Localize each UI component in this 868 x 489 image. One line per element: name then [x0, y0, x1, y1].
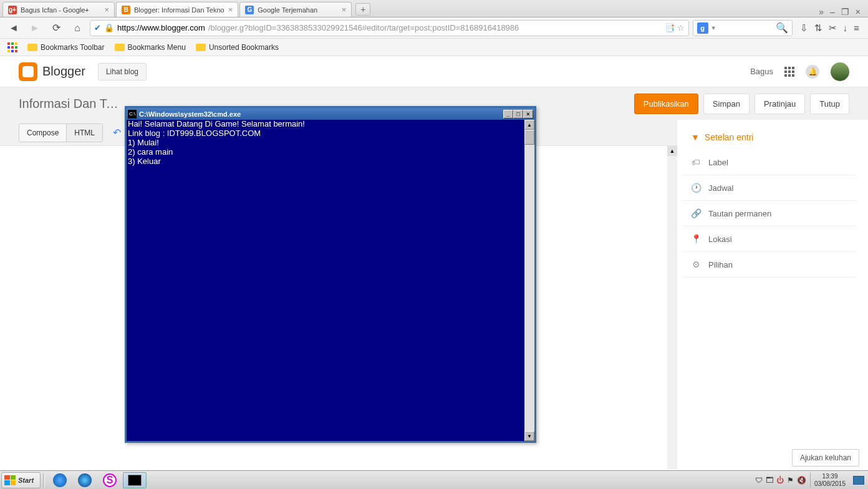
- lock-icon: 🔒: [104, 23, 114, 32]
- sidebar-item-schedule[interactable]: 🕐 Jadwal: [682, 175, 856, 201]
- search-box[interactable]: g ▼ 🔍: [693, 20, 793, 36]
- address-bar[interactable]: ✔ 🔒 https://www.blogger.com/blogger.g?bl…: [90, 20, 689, 36]
- blogger-logo[interactable]: Blogger: [19, 62, 85, 81]
- cmd-scrollbar[interactable]: ▲ ▼: [524, 120, 534, 441]
- sidebar-item-permalink[interactable]: 🔗 Tautan permanen: [682, 201, 856, 226]
- taskbar-cmd[interactable]: [123, 472, 147, 488]
- undo-icon[interactable]: ↶: [109, 127, 125, 138]
- scroll-up-icon[interactable]: ▲: [524, 120, 534, 130]
- tray-devices-icon[interactable]: 🗔: [766, 476, 773, 485]
- close-icon[interactable]: ×: [228, 5, 233, 14]
- window-controls: » – ❐ ×: [819, 7, 868, 17]
- tab-gplus[interactable]: g+ Bagus Icfan - Google+ ×: [2, 2, 115, 17]
- close-icon[interactable]: ×: [342, 5, 347, 14]
- cmd-title-text: C:\Windows\system32\cmd.exe: [139, 110, 503, 118]
- new-tab-button[interactable]: +: [355, 3, 370, 16]
- blogger-header: Blogger Lihat blog Bagus 🔔: [0, 56, 868, 87]
- tab-blogger[interactable]: B Blogger: Informasi Dan Tekno ×: [116, 2, 238, 17]
- cut-icon[interactable]: ✂: [829, 22, 837, 34]
- apps-grid-icon[interactable]: [784, 67, 794, 77]
- search-icon[interactable]: 🔍: [776, 22, 788, 34]
- scroll-up-icon[interactable]: ▲: [667, 146, 677, 156]
- editor-scrollbar[interactable]: ▲: [667, 146, 677, 469]
- close-icon[interactable]: ×: [104, 5, 109, 14]
- compose-button[interactable]: Compose: [19, 124, 67, 142]
- maximize-button[interactable]: ❐: [841, 7, 849, 17]
- close-button[interactable]: ×: [856, 7, 861, 17]
- folder-icon: [196, 44, 206, 51]
- menu-icon[interactable]: ≡: [854, 22, 859, 33]
- link-icon: 🔗: [691, 208, 701, 218]
- avatar[interactable]: [831, 62, 849, 81]
- folder-icon: [27, 44, 37, 51]
- clock-icon: 🕐: [691, 183, 701, 193]
- html-button[interactable]: HTML: [67, 124, 102, 142]
- unsorted-bookmarks-folder[interactable]: Unsorted Bookmarks: [196, 43, 279, 52]
- start-button[interactable]: Start: [1, 472, 41, 488]
- preview-button[interactable]: Pratinjau: [755, 94, 805, 114]
- tray-volume-icon[interactable]: 🔇: [797, 476, 806, 485]
- view-blog-button[interactable]: Lihat blog: [98, 63, 147, 80]
- cmd-output: Hai! Selamat Datang Di Game! Selamat ber…: [127, 120, 524, 441]
- bookmarks-toolbar-folder[interactable]: Bookmarks Toolbar: [27, 43, 105, 52]
- minimize-button[interactable]: –: [830, 7, 835, 17]
- save-button[interactable]: Simpan: [703, 94, 750, 114]
- scroll-thumb[interactable]: [524, 130, 534, 145]
- sidebar-item-location[interactable]: 📍 Lokasi: [682, 226, 856, 252]
- tray-clock[interactable]: 13:39 03/08/2015: [810, 473, 849, 488]
- star-icon[interactable]: ☆: [677, 23, 685, 32]
- taskbar: Start S 🛡 🗔 ⏻ ⚑ 🔇 13:39 03/08/2015: [0, 470, 868, 489]
- cmd-minimize-button[interactable]: _: [503, 110, 513, 119]
- cmd-window: C:\ C:\Windows\system32\cmd.exe _ □ × Ha…: [125, 106, 536, 443]
- mode-toggle: Compose HTML: [19, 123, 103, 142]
- cmd-close-button[interactable]: ×: [523, 110, 533, 119]
- url-path: /blogger.g?blogID=3363838533029921546#ed…: [208, 23, 662, 32]
- reload-button[interactable]: ⟳: [47, 19, 65, 37]
- forward-button[interactable]: ►: [26, 19, 44, 37]
- reader-icon[interactable]: 📑: [665, 23, 675, 32]
- tray-power-icon[interactable]: ⏻: [776, 476, 784, 485]
- scroll-down-icon[interactable]: ▼: [524, 431, 534, 441]
- folder-icon: [115, 44, 125, 51]
- blogger-logo-icon: [19, 62, 37, 81]
- show-desktop-button[interactable]: [853, 476, 864, 485]
- gear-icon: ⚙: [691, 259, 701, 269]
- tab-label: Google Terjemahan: [258, 6, 317, 14]
- bookmarks-menu-folder[interactable]: Bookmarks Menu: [115, 43, 186, 52]
- pocket-icon[interactable]: ⇩: [800, 22, 808, 34]
- cmd-task-icon: [128, 475, 142, 486]
- cmd-maximize-button[interactable]: □: [513, 110, 523, 119]
- feedback-link[interactable]: Ajukan keluhan: [792, 449, 859, 467]
- taskbar-cometbird[interactable]: [73, 472, 97, 488]
- chevron-down-icon: ▼: [691, 132, 700, 142]
- tray-flag-icon[interactable]: ⚑: [787, 476, 794, 485]
- download-icon[interactable]: ↓: [843, 22, 848, 33]
- sidebar-header[interactable]: ▼ Setelan entri: [682, 125, 856, 150]
- url-host: https://www.blogger.com: [117, 23, 205, 32]
- google-badge-icon: g: [697, 22, 708, 34]
- apps-icon: [7, 42, 17, 52]
- dropdown-icon[interactable]: ▼: [711, 25, 716, 31]
- sync-icon[interactable]: ⇅: [814, 22, 822, 34]
- notifications-icon[interactable]: 🔔: [806, 65, 819, 79]
- taskbar-app[interactable]: S: [98, 472, 122, 488]
- system-tray: 🛡 🗔 ⏻ ⚑ 🔇 13:39 03/08/2015: [751, 473, 868, 488]
- separator: [43, 473, 45, 487]
- back-button[interactable]: ◄: [5, 19, 22, 37]
- taskbar-ie[interactable]: [48, 472, 72, 488]
- close-button[interactable]: Tutup: [810, 94, 849, 114]
- tab-label: Bagus Icfan - Google+: [21, 6, 89, 14]
- home-button[interactable]: ⌂: [69, 19, 86, 37]
- tab-translate[interactable]: G Google Terjemahan ×: [239, 2, 352, 17]
- ie-icon: [53, 473, 67, 487]
- sidebar-item-label[interactable]: 🏷 Label: [682, 150, 856, 175]
- sidebar-item-options[interactable]: ⚙ Pilihan: [682, 252, 856, 278]
- tag-icon: 🏷: [691, 157, 701, 167]
- cmd-body[interactable]: Hai! Selamat Datang Di Game! Selamat ber…: [127, 120, 534, 441]
- tray-shield-icon[interactable]: 🛡: [755, 476, 763, 485]
- publish-button[interactable]: Publikasikan: [634, 94, 698, 114]
- overflow-icon[interactable]: »: [819, 7, 824, 17]
- user-name[interactable]: Bagus: [750, 67, 773, 76]
- apps-shortcut[interactable]: [7, 42, 17, 52]
- cmd-titlebar[interactable]: C:\ C:\Windows\system32\cmd.exe _ □ ×: [127, 108, 534, 120]
